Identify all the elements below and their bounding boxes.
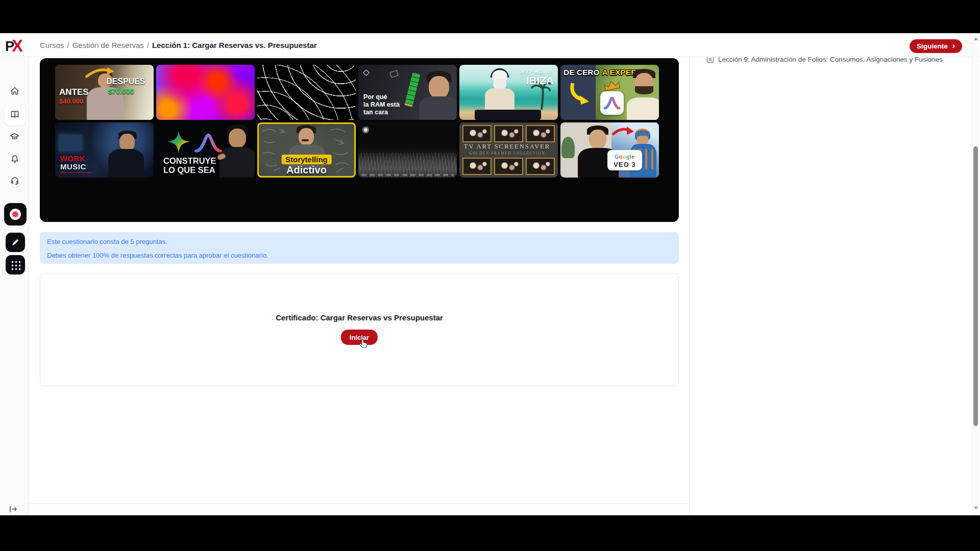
thumbnail-text: LO QUE SEA bbox=[163, 165, 215, 175]
headset-icon bbox=[10, 176, 20, 186]
px-logo[interactable]: P X bbox=[5, 36, 30, 57]
video-thumbnail[interactable]: WORK MUSIC bbox=[55, 122, 154, 178]
climber-art bbox=[637, 136, 648, 144]
video-player[interactable]: ANTES $40.000 DESPUÉS $70.000 Por qué la… bbox=[40, 58, 679, 222]
breadcrumb-separator: / bbox=[147, 41, 149, 49]
logo-letter-x: X bbox=[12, 36, 23, 56]
thumbnail-art bbox=[635, 86, 653, 94]
framed-painting-art bbox=[526, 125, 555, 142]
suggested-videos-grid: ANTES $40.000 DESPUÉS $70.000 Por qué la… bbox=[55, 65, 659, 178]
sidebar-item-courses[interactable] bbox=[0, 109, 29, 119]
breadcrumb-link-cursos[interactable]: Cursos bbox=[40, 41, 64, 49]
thumbnail-text: Adictivo bbox=[286, 164, 327, 176]
thumbnail-art bbox=[420, 96, 457, 120]
diamond-logo-icon bbox=[363, 69, 370, 76]
badge-text: VEO 3 bbox=[607, 161, 642, 168]
thumbnail-text: $40.000 bbox=[59, 97, 83, 105]
badge-text: G bbox=[615, 154, 619, 160]
expand-sidebar-icon[interactable] bbox=[8, 505, 18, 514]
certificate-card: Certificado: Cargar Reservas vs Presupue… bbox=[40, 273, 679, 386]
sidebar-item-home[interactable] bbox=[0, 86, 29, 96]
page-scrollbar[interactable] bbox=[972, 33, 979, 515]
breadcrumb: Cursos / Gestión de Reservas / Lección 1… bbox=[40, 33, 317, 57]
badge-text: o bbox=[619, 154, 623, 160]
sidebar-item-academy[interactable] bbox=[0, 132, 29, 142]
thumbnail-art bbox=[119, 134, 135, 151]
gradient-a-logo bbox=[194, 133, 223, 153]
thumbnail-text: GOLDEN FRAMED COLLECTION bbox=[459, 151, 555, 156]
video-thumbnail[interactable] bbox=[358, 122, 457, 178]
video-thumbnail-selected[interactable]: Storytelling Adictivo bbox=[257, 122, 356, 178]
framed-painting-art bbox=[462, 125, 492, 142]
thumbnail-text: WORK bbox=[60, 154, 86, 163]
crown-icon bbox=[602, 79, 621, 93]
thumbnail-art bbox=[429, 76, 449, 98]
thumbnail-art bbox=[299, 128, 314, 145]
thumbnail-text: DE CERO bbox=[564, 68, 600, 77]
breadcrumb-current: Lección 1: Cargar Reservas vs. Presupues… bbox=[152, 41, 317, 49]
ram-stick-art bbox=[404, 72, 420, 107]
thumbnail-art bbox=[108, 149, 144, 178]
pen-icon bbox=[11, 238, 20, 247]
content-divider bbox=[689, 57, 690, 515]
thumbnail-text: Por qué bbox=[363, 93, 387, 101]
breadcrumb-link-gestion[interactable]: Gestión de Reservas bbox=[72, 41, 144, 49]
thumbnail-art bbox=[627, 97, 659, 120]
thumbnail-art bbox=[229, 129, 246, 148]
video-thumbnail[interactable]: Por qué la RAM está tan cara bbox=[358, 65, 457, 120]
thumbnail-text: MUSIC bbox=[60, 162, 86, 171]
video-thumbnail[interactable]: CONSTRUYE LO QUE SEA bbox=[156, 122, 255, 178]
certificate-title: Certificado: Cargar Reservas vs Presupue… bbox=[40, 313, 678, 322]
badge-text: g bbox=[626, 154, 630, 160]
plant-art bbox=[561, 137, 575, 158]
screen: P X Cursos / Gestión de Reservas / Lecci… bbox=[0, 0, 980, 551]
record-dot bbox=[12, 211, 18, 217]
video-thumbnail[interactable] bbox=[257, 65, 356, 120]
sidebar-item-notifications[interactable] bbox=[0, 154, 29, 164]
quiz-info-banner: Este cuestionario consta de 5 preguntas.… bbox=[40, 232, 679, 264]
thumbnail-text: Storytelling bbox=[281, 155, 332, 164]
hand-cursor-icon bbox=[358, 339, 369, 351]
framed-painting-art bbox=[526, 158, 555, 175]
grid-dots-icon bbox=[11, 260, 20, 270]
yellow-arrow-icon bbox=[569, 81, 590, 105]
badge-text: e bbox=[631, 154, 634, 160]
annotate-button[interactable] bbox=[6, 233, 25, 252]
chevron-right-icon: › bbox=[952, 42, 955, 50]
video-thumbnail[interactable] bbox=[156, 65, 255, 120]
scrollbar-down-arrow[interactable] bbox=[974, 507, 978, 510]
badge-text: o bbox=[623, 154, 626, 160]
bell-icon bbox=[10, 154, 20, 164]
scrollbar-up-arrow[interactable] bbox=[974, 37, 978, 40]
scrollbar-thumb[interactable] bbox=[973, 146, 978, 426]
thumbnail-art bbox=[219, 147, 255, 178]
next-lesson-button[interactable]: Siguiente › bbox=[910, 39, 962, 53]
thumbnail-text: la RAM está bbox=[363, 101, 400, 108]
app-icon-art bbox=[600, 91, 624, 115]
thumbnail-art bbox=[60, 172, 92, 173]
record-icon bbox=[10, 209, 21, 220]
video-thumbnail[interactable]: ANTES $40.000 DESPUÉS $70.000 bbox=[55, 65, 154, 120]
apps-grid-button[interactable] bbox=[6, 255, 25, 274]
video-thumbnail[interactable]: DEEP HOUSE IBIZA bbox=[459, 65, 558, 120]
thumbnail-text: tan cara bbox=[363, 109, 388, 116]
sidebar-item-support[interactable] bbox=[0, 176, 29, 186]
thumbnail-text: ANTES bbox=[59, 87, 89, 97]
framed-painting-art bbox=[462, 158, 492, 175]
video-thumbnail[interactable]: Google VEO 3 bbox=[560, 122, 659, 178]
screen-record-button[interactable] bbox=[4, 203, 27, 226]
video-thumbnail[interactable]: DE CERO A EXPERTO bbox=[560, 65, 659, 120]
thumbnail-text: IBIZA bbox=[526, 74, 554, 87]
dj-deck-art bbox=[475, 110, 541, 120]
quiz-info-line: Este cuestionario consta de 5 preguntas. bbox=[47, 238, 167, 245]
thumbnail-art bbox=[389, 70, 399, 78]
thumbnail-art bbox=[589, 130, 606, 149]
thumbnail-art bbox=[302, 139, 309, 141]
cam-caption-art bbox=[361, 174, 454, 176]
google-veo-badge: Google VEO 3 bbox=[607, 150, 642, 170]
video-thumbnail[interactable]: TV ART SCREENSAVER GOLDEN FRAMED COLLECT… bbox=[459, 122, 558, 178]
thumbnail-art bbox=[485, 88, 514, 113]
breadcrumb-separator: / bbox=[67, 41, 69, 49]
open-book-icon bbox=[10, 109, 20, 119]
framed-painting-art bbox=[494, 158, 523, 175]
